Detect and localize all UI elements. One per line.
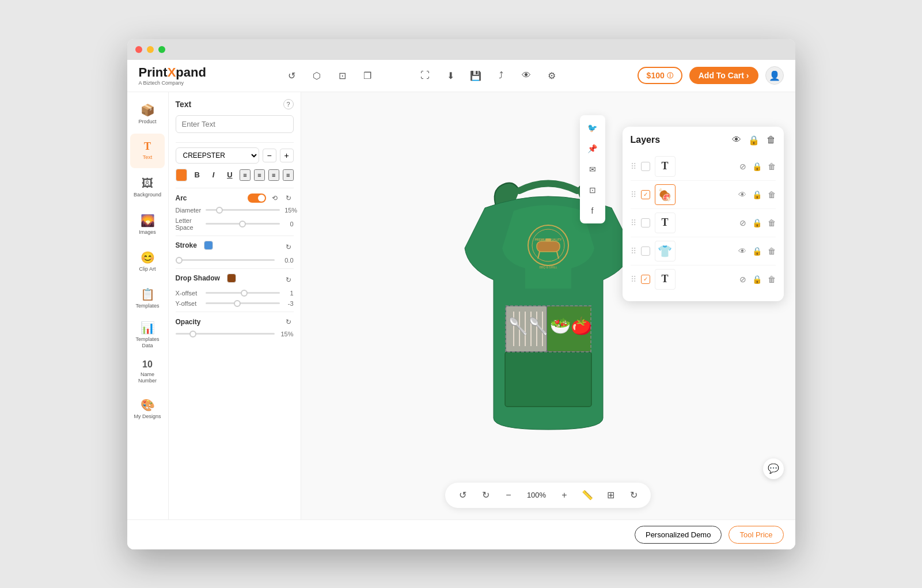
layers-lock-icon[interactable]: 🔒 xyxy=(748,135,760,146)
sidebar-item-templates-data[interactable]: 📊 Templates Data xyxy=(130,318,165,352)
layer-3-visibility-icon[interactable]: ⊘ xyxy=(739,218,746,227)
settings-icon[interactable]: ⚙ xyxy=(544,67,560,84)
layer-drag-handle[interactable]: ⠿ xyxy=(631,246,636,256)
sidebar-item-name-number[interactable]: 10 NameNumber xyxy=(130,355,165,389)
sidebar-item-templates[interactable]: 📋 Templates xyxy=(130,281,165,316)
diameter-slider[interactable] xyxy=(206,209,280,211)
share-icon[interactable]: ⤴ xyxy=(493,67,509,84)
close-dot[interactable] xyxy=(135,46,142,53)
align-right-button[interactable]: ≡ xyxy=(268,169,279,181)
bold-button[interactable]: B xyxy=(191,168,203,182)
y-offset-slider[interactable] xyxy=(206,302,280,304)
facebook-share-icon[interactable]: f xyxy=(583,202,602,220)
chat-button[interactable]: 💬 xyxy=(763,458,784,479)
save-icon[interactable]: 💾 xyxy=(468,67,484,84)
add-to-cart-button[interactable]: Add To Cart › xyxy=(689,67,758,84)
align-center-button[interactable]: ≡ xyxy=(254,169,265,181)
crop-icon[interactable]: ⊡ xyxy=(334,67,350,84)
align-justify-button[interactable]: ≡ xyxy=(283,169,294,181)
sidebar-item-clipart[interactable]: 😊 Clip Art xyxy=(130,244,165,279)
shadow-color-swatch[interactable] xyxy=(227,274,236,283)
embed-share-icon[interactable]: ⊡ xyxy=(583,181,602,199)
twitter-share-icon[interactable]: 🐦 xyxy=(583,119,602,137)
personalized-demo-button[interactable]: Personalized Demo xyxy=(635,526,722,544)
undo-icon[interactable]: ↺ xyxy=(283,67,299,84)
duplicate-icon[interactable]: ❐ xyxy=(359,67,375,84)
logo-text: PrintXpand xyxy=(139,65,206,80)
layer-drag-handle[interactable]: ⠿ xyxy=(631,162,636,171)
layer-2-lock-icon[interactable]: 🔒 xyxy=(752,190,762,199)
align-left-button[interactable]: ≡ xyxy=(240,169,251,181)
sidebar-item-background[interactable]: 🖼 Background xyxy=(130,170,165,205)
underline-button[interactable]: U xyxy=(223,168,236,182)
shadow-reset-icon[interactable]: ↻ xyxy=(283,275,294,285)
layer-5-visibility-icon[interactable]: ⊘ xyxy=(739,275,746,284)
svg-text:BBQ & GRILL: BBQ & GRILL xyxy=(539,265,557,269)
divider-5 xyxy=(176,312,294,312)
layer-2-delete-icon[interactable]: 🗑 xyxy=(768,190,776,199)
layer-checkbox-1[interactable] xyxy=(641,162,650,171)
layer-drag-handle[interactable]: ⠿ xyxy=(631,218,636,227)
sidebar-item-text[interactable]: T Text xyxy=(130,134,165,168)
layer-4-delete-icon[interactable]: 🗑 xyxy=(768,246,776,256)
preview-icon[interactable]: 👁 xyxy=(518,67,534,84)
arc-toggle[interactable] xyxy=(248,194,266,203)
price-button[interactable]: $100 ⓘ xyxy=(638,67,682,84)
layer-3-lock-icon[interactable]: 🔒 xyxy=(752,218,762,227)
italic-button[interactable]: I xyxy=(207,168,219,182)
arc-reset-icon[interactable]: ↻ xyxy=(283,193,294,203)
svg-rect-0 xyxy=(505,352,591,407)
user-avatar-button[interactable]: 👤 xyxy=(765,66,784,85)
letter-space-slider[interactable] xyxy=(206,223,280,225)
layer-3-delete-icon[interactable]: 🗑 xyxy=(768,218,776,227)
layer-4-visibility-icon[interactable]: 👁 xyxy=(738,246,746,256)
zoom-out-button[interactable]: − xyxy=(500,487,517,503)
stroke-slider[interactable] xyxy=(176,259,275,261)
ruler-button[interactable]: 📏 xyxy=(579,487,595,503)
layer-1-lock-icon[interactable]: 🔒 xyxy=(752,162,762,171)
fullscreen-icon[interactable]: ⛶ xyxy=(417,67,433,84)
help-button[interactable]: ? xyxy=(283,99,294,109)
download-icon[interactable]: ⬇ xyxy=(442,67,458,84)
layer-drag-handle[interactable]: ⠿ xyxy=(631,275,636,284)
stroke-reset-icon[interactable]: ↻ xyxy=(283,242,294,252)
stroke-color-swatch[interactable] xyxy=(204,241,213,250)
layer-checkbox-5[interactable]: ✓ xyxy=(641,275,650,284)
sidebar-item-images[interactable]: 🌄 Images xyxy=(130,207,165,242)
layer-checkbox-3[interactable] xyxy=(641,218,650,227)
sidebar-item-product[interactable]: 📦 Product xyxy=(130,97,165,131)
pinterest-share-icon[interactable]: 📌 xyxy=(583,139,602,158)
layer-5-lock-icon[interactable]: 🔒 xyxy=(752,275,762,284)
font-size-increase[interactable]: + xyxy=(280,149,294,162)
minimize-dot[interactable] xyxy=(147,46,154,53)
layer-1-visibility-icon[interactable]: ⊘ xyxy=(739,162,746,171)
layer-checkbox-2[interactable]: ✓ xyxy=(641,190,650,199)
undo-canvas-button[interactable]: ↺ xyxy=(454,487,471,503)
layer-drag-handle[interactable]: ⠿ xyxy=(631,190,636,199)
layer-4-lock-icon[interactable]: 🔒 xyxy=(752,246,762,256)
x-offset-slider[interactable] xyxy=(206,292,280,294)
font-size-decrease[interactable]: − xyxy=(263,149,276,162)
maximize-dot[interactable] xyxy=(158,46,165,53)
tool-price-button[interactable]: Tool Price xyxy=(729,526,783,544)
arc-adjust-icon[interactable]: ⟲ xyxy=(270,193,280,203)
sidebar-item-my-designs[interactable]: 🎨 My Designs xyxy=(130,392,165,426)
opacity-slider[interactable] xyxy=(176,333,275,335)
email-share-icon[interactable]: ✉ xyxy=(583,160,602,179)
text-color-swatch[interactable] xyxy=(176,169,188,181)
opacity-reset-icon[interactable]: ↻ xyxy=(283,317,294,327)
redo-canvas-button[interactable]: ↻ xyxy=(477,487,494,503)
grid-button[interactable]: ⊞ xyxy=(602,487,619,503)
layer-2-visibility-icon[interactable]: 👁 xyxy=(738,190,746,199)
refresh-button[interactable]: ↻ xyxy=(625,487,642,503)
layer-1-delete-icon[interactable]: 🗑 xyxy=(768,162,776,171)
layers-icon[interactable]: ⬡ xyxy=(309,67,325,84)
layer-5-delete-icon[interactable]: 🗑 xyxy=(768,275,776,284)
layer-checkbox-4[interactable] xyxy=(641,246,650,256)
zoom-in-button[interactable]: + xyxy=(556,487,572,503)
text-input-field[interactable] xyxy=(176,115,294,133)
font-selector[interactable]: CREEPSTER xyxy=(176,147,259,164)
layer-2-icons: 👁 🔒 🗑 xyxy=(680,190,776,199)
layers-delete-icon[interactable]: 🗑 xyxy=(767,135,776,145)
layers-visibility-icon[interactable]: 👁 xyxy=(732,135,741,145)
